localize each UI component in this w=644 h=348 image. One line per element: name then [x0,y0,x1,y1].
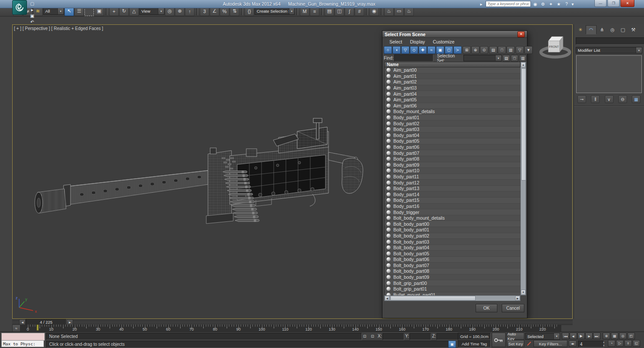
scene-object-body-part14[interactable]: Body_part14 [385,191,520,197]
scene-object-aim-part05[interactable]: Aim_part05 [385,97,520,103]
scene-object-bolt-body-part01[interactable]: Bolt_body_part01 [385,227,520,233]
selection-lock-icon[interactable]: ⊡ [362,333,368,339]
named-selection-set-combo[interactable]: Create Selection Se ▾ [255,7,295,15]
time-slider-track[interactable]: ◀ 4 / 225 ▶ [12,319,573,325]
dialog-menu-customize[interactable]: Customize [429,39,458,44]
scene-object-body-part05[interactable]: Body_part05 [385,138,520,144]
display-spacewarps-icon[interactable]: ≈ [427,46,436,54]
isolate-selection-icon[interactable]: ▣ [448,341,456,348]
dialog-close-icon[interactable]: ✕ [517,31,525,37]
tab-modify[interactable]: ◠ [586,25,597,34]
scene-object-bolt-body-part00[interactable]: Bolt_body_part00 [385,221,520,227]
open-file-icon[interactable]: ▸ [29,7,36,13]
scene-object-aim-part03[interactable]: Aim_part03 [385,85,520,91]
y-coordinate-field[interactable] [409,333,431,340]
show-end-result-icon[interactable]: ‖ [591,95,600,103]
scroll-down-icon[interactable]: ▼ [521,290,526,295]
object-name-field[interactable] [576,37,644,45]
set-key-button[interactable]: Set Key [507,340,524,347]
maxscript-mini-listener[interactable]: Max to Physc: [1,340,44,347]
scene-object-list[interactable]: Aim_part00 Aim_part01 Aim_part02 Aim_par… [384,67,520,295]
scene-object-bolt-body-part07[interactable]: Bolt_body_part07 [385,263,520,269]
chevron-down-icon[interactable]: ▾ [553,333,560,339]
scene-object-bolt-body-part08[interactable]: Bolt_body_part08 [385,268,520,274]
chevron-down-icon[interactable]: ▾ [636,47,642,53]
display-groups-icon[interactable]: ▣ [436,46,444,54]
ok-button[interactable]: OK [476,304,497,312]
scene-object-bolt-body-part03[interactable]: Bolt_body_part03 [385,239,520,245]
scene-object-body-part08[interactable]: Body_part08 [385,156,520,162]
time-slider-marker[interactable] [37,325,39,331]
display-influences-icon[interactable]: ⊕ [471,46,480,54]
column-config-2-icon[interactable]: □ [498,46,506,54]
subtract-from-set-icon[interactable]: ▥ [519,55,527,62]
scene-object-body-part04[interactable]: Body_part04 [385,133,520,139]
scene-object-bullet-mount-part01[interactable]: Bullet_mount_part01 [385,292,520,295]
column-config-1-icon[interactable]: ▤ [489,46,497,54]
scroll-left-icon[interactable]: ◀ [385,296,389,301]
scene-object-bolt-body-part04[interactable]: Bolt_body_part04 [385,245,520,251]
select-from-scene-dialog[interactable]: Select From Scene ✕ SelectDisplayCustomi… [382,30,527,318]
scene-object-body-part09[interactable]: Body_part09 [385,162,520,168]
scene-object-bolt-body-mount-details[interactable]: Bolt_body_mount_details [385,215,520,221]
chevron-down-icon[interactable]: ▾ [289,8,294,14]
scene-object-body-part01[interactable]: Body_part01 [385,115,520,121]
frame-spinner[interactable]: ▴ ▾ [602,340,606,347]
field-of-view-icon[interactable]: ◰ [627,333,635,339]
modifier-list-dropdown[interactable]: Modifier List ▾ [576,47,642,54]
key-filters-button[interactable]: Key Filters... [533,340,567,347]
save-file-icon[interactable]: ▣ [29,13,36,19]
scene-object-body-part06[interactable]: Body_part06 [385,144,520,151]
scene-object-body-part03[interactable]: Body_part03 [385,127,520,133]
display-children-icon[interactable]: ⊞ [463,46,471,54]
filter-icon[interactable]: ▽ [516,46,524,54]
play-icon[interactable]: ▶ [577,333,585,339]
dialog-menu-select[interactable]: Select [386,39,406,44]
help-icon[interactable]: ? [563,1,570,7]
key-mode-dropdown[interactable]: Selected ▾ [525,333,560,340]
display-geometry-icon[interactable]: ○ [384,46,392,54]
tab-utilities[interactable]: ⚒ [628,26,638,34]
scene-object-body-part16[interactable]: Body_part16 [385,204,520,210]
display-shapes-icon[interactable]: ◖ [392,46,401,54]
zoom-icon[interactable]: ⊕ [603,333,610,339]
subscription-icon[interactable]: ⚙ [540,1,547,7]
communication-center-icon[interactable]: ✦ [547,1,554,7]
scroll-right-icon[interactable]: ▶ [515,296,520,301]
scene-object-body-part12[interactable]: Body_part12 [385,180,520,186]
scene-object-body-part11[interactable]: Body_part11 [385,174,520,180]
make-unique-icon[interactable]: ∨ [605,95,614,103]
scene-object-bolt-body-part06[interactable]: Bolt_body_part06 [385,257,520,263]
scene-object-body-part02[interactable]: Body_part02 [385,120,520,127]
create-set-icon[interactable]: ▤ [503,55,510,62]
scene-object-aim-part04[interactable]: Aim_part04 [385,91,520,97]
display-xrefs-icon[interactable]: ◻ [445,46,453,54]
tab-motion[interactable]: ◎ [607,26,617,34]
close-icon[interactable]: ✕ [621,0,634,7]
new-file-icon[interactable]: ▢ [29,0,36,7]
scene-object-bolt-body-part05[interactable]: Bolt_body_part05 [385,251,520,257]
scene-object-body-part13[interactable]: Body_part13 [385,186,520,192]
scene-object-body-part10[interactable]: Body_part10 [385,168,520,174]
chevron-down-icon[interactable]: ▾ [495,55,501,61]
chevron-down-icon[interactable]: ▾ [158,8,164,14]
pan-view-icon[interactable]: ‼ [624,340,632,347]
scene-object-aim-part01[interactable]: Aim_part01 [385,74,520,80]
scene-object-body-trigger[interactable]: Body_trigger [385,209,520,215]
tab-create[interactable]: ✳ [575,26,585,34]
scene-object-aim-part02[interactable]: Aim_part02 [385,79,520,85]
scene-object-bolt-grip-part00[interactable]: Bolt_grip_part00 [385,280,520,286]
remove-modifier-icon[interactable]: ⊖ [618,95,627,103]
scene-object-aim-part06[interactable]: Aim_part06 [385,103,520,109]
macro-recorder-pane[interactable] [1,333,45,341]
auto-key-button[interactable]: Auto Key [507,333,524,340]
scene-object-aim-part00[interactable]: Aim_part00 [385,67,520,74]
keyword-search-input[interactable] [486,1,531,7]
display-helpers-icon[interactable]: ✚ [419,46,427,54]
scene-object-bolt-grip-part01[interactable]: Bolt_grip_part01 [385,286,520,292]
time-configuration-icon[interactable]: ◔ [608,340,615,347]
dialog-menu-display[interactable]: Display [406,39,428,44]
time-slider-button[interactable]: 4 / 225 [26,319,67,325]
dialog-title-bar[interactable]: Select From Scene ✕ [382,31,527,38]
reference-coordinate-dropdown[interactable]: View▾ [139,7,164,15]
